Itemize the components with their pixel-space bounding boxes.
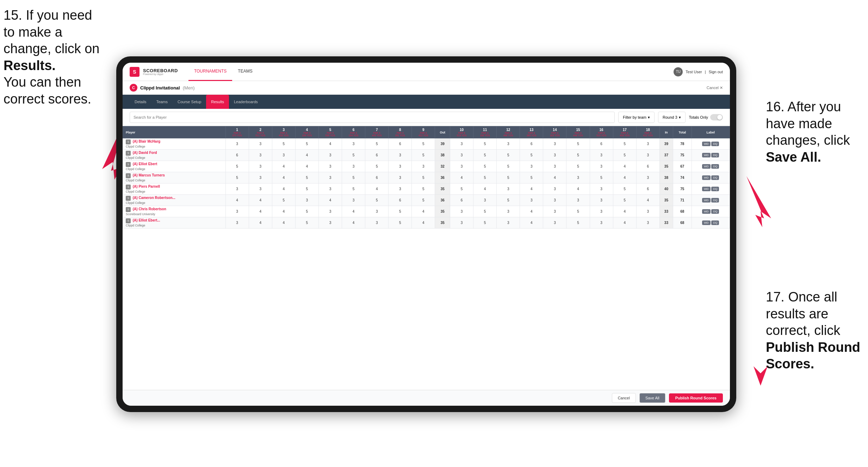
- score-hole-1[interactable]: 3: [225, 217, 249, 229]
- score-hole-8[interactable]: 6: [389, 138, 412, 150]
- score-hole-16[interactable]: 3: [590, 150, 613, 161]
- score-hole-16[interactable]: 3: [590, 206, 613, 217]
- score-hole-10[interactable]: 3: [450, 138, 473, 150]
- cancel-footer-button[interactable]: Cancel: [612, 393, 636, 403]
- score-hole-17[interactable]: 4: [613, 161, 636, 172]
- score-hole-6[interactable]: 3: [342, 195, 365, 206]
- score-hole-2[interactable]: 3: [249, 138, 272, 150]
- score-hole-4[interactable]: 3: [295, 195, 318, 206]
- cancel-button[interactable]: Cancel ✕: [707, 86, 723, 90]
- score-hole-5[interactable]: 3: [318, 183, 342, 195]
- score-hole-15[interactable]: 3: [566, 172, 590, 183]
- score-hole-8[interactable]: 3: [389, 150, 412, 161]
- score-hole-11[interactable]: 5: [473, 206, 497, 217]
- score-hole-5[interactable]: 3: [318, 206, 342, 217]
- score-hole-5[interactable]: 3: [318, 217, 342, 229]
- score-hole-17[interactable]: 5: [613, 183, 636, 195]
- score-hole-11[interactable]: 5: [473, 150, 497, 161]
- wd-button[interactable]: WD: [702, 142, 710, 146]
- score-hole-14[interactable]: 3: [543, 150, 566, 161]
- score-hole-16[interactable]: 5: [590, 172, 613, 183]
- score-hole-8[interactable]: 3: [389, 161, 412, 172]
- score-hole-9[interactable]: 5: [412, 138, 435, 150]
- score-hole-17[interactable]: 4: [613, 217, 636, 229]
- score-hole-14[interactable]: 4: [543, 172, 566, 183]
- score-hole-7[interactable]: 5: [365, 161, 389, 172]
- score-hole-9[interactable]: 4: [412, 217, 435, 229]
- score-hole-1[interactable]: 6: [225, 150, 249, 161]
- score-hole-15[interactable]: 5: [566, 206, 590, 217]
- score-hole-5[interactable]: 3: [318, 161, 342, 172]
- score-hole-7[interactable]: 5: [365, 138, 389, 150]
- wd-button[interactable]: WD: [702, 153, 710, 157]
- score-hole-6[interactable]: 5: [342, 172, 365, 183]
- score-hole-10[interactable]: 3: [450, 150, 473, 161]
- sub-nav-course-setup[interactable]: Course Setup: [173, 95, 206, 109]
- score-hole-2[interactable]: 3: [249, 161, 272, 172]
- score-hole-12[interactable]: 3: [497, 217, 520, 229]
- round-button[interactable]: Round 3 ▾: [658, 112, 686, 123]
- score-hole-1[interactable]: 3: [225, 183, 249, 195]
- score-hole-18[interactable]: 3: [636, 217, 659, 229]
- save-all-button[interactable]: Save All: [639, 393, 665, 403]
- score-hole-9[interactable]: 5: [412, 150, 435, 161]
- score-hole-4[interactable]: 5: [295, 183, 318, 195]
- dq-button[interactable]: DQ: [711, 164, 719, 169]
- score-hole-11[interactable]: 5: [473, 217, 497, 229]
- score-hole-17[interactable]: 5: [613, 195, 636, 206]
- player-name[interactable]: (A) Blair McHarg: [133, 139, 160, 143]
- score-hole-9[interactable]: 3: [412, 161, 435, 172]
- score-hole-7[interactable]: 5: [365, 195, 389, 206]
- score-hole-18[interactable]: 3: [636, 138, 659, 150]
- score-hole-13[interactable]: 4: [520, 183, 543, 195]
- score-hole-10[interactable]: 3: [450, 217, 473, 229]
- score-hole-1[interactable]: 5: [225, 161, 249, 172]
- dq-button[interactable]: DQ: [711, 187, 719, 191]
- publish-button[interactable]: Publish Round Scores: [669, 393, 723, 403]
- score-hole-6[interactable]: 4: [342, 206, 365, 217]
- score-hole-13[interactable]: 6: [520, 138, 543, 150]
- player-name[interactable]: (A) Elliot Ebert: [133, 162, 157, 166]
- score-hole-13[interactable]: 4: [520, 217, 543, 229]
- score-hole-7[interactable]: 3: [365, 217, 389, 229]
- player-name[interactable]: (A) Marcus Turners: [133, 173, 165, 177]
- score-hole-10[interactable]: 6: [450, 195, 473, 206]
- score-hole-8[interactable]: 3: [389, 183, 412, 195]
- score-hole-18[interactable]: 6: [636, 183, 659, 195]
- score-hole-3[interactable]: 5: [272, 195, 295, 206]
- score-hole-3[interactable]: 4: [272, 217, 295, 229]
- score-hole-11[interactable]: 3: [473, 195, 497, 206]
- search-input[interactable]: [130, 112, 615, 123]
- score-hole-4[interactable]: 4: [295, 150, 318, 161]
- dq-button[interactable]: DQ: [711, 198, 719, 203]
- score-hole-6[interactable]: 3: [342, 161, 365, 172]
- sub-nav-teams[interactable]: Teams: [151, 95, 173, 109]
- sub-nav-leaderboards[interactable]: Leaderboards: [229, 95, 263, 109]
- score-hole-17[interactable]: 4: [613, 206, 636, 217]
- wd-button[interactable]: WD: [702, 164, 710, 169]
- score-hole-3[interactable]: 5: [272, 138, 295, 150]
- wd-button[interactable]: WD: [702, 209, 710, 214]
- score-hole-14[interactable]: 3: [543, 161, 566, 172]
- score-hole-2[interactable]: 4: [249, 195, 272, 206]
- sign-out-link[interactable]: Sign out: [709, 70, 723, 74]
- score-hole-17[interactable]: 5: [613, 138, 636, 150]
- player-name[interactable]: (A) David Ford: [133, 151, 157, 155]
- score-hole-12[interactable]: 3: [497, 183, 520, 195]
- sub-nav-results[interactable]: Results: [206, 95, 229, 109]
- score-hole-5[interactable]: 4: [318, 138, 342, 150]
- score-hole-12[interactable]: 5: [497, 161, 520, 172]
- score-hole-3[interactable]: 4: [272, 183, 295, 195]
- score-hole-8[interactable]: 5: [389, 206, 412, 217]
- score-hole-17[interactable]: 4: [613, 172, 636, 183]
- score-hole-12[interactable]: 3: [497, 206, 520, 217]
- score-hole-13[interactable]: 4: [520, 206, 543, 217]
- toggle-track[interactable]: [710, 114, 723, 120]
- score-hole-6[interactable]: 4: [342, 217, 365, 229]
- score-hole-13[interactable]: 3: [520, 195, 543, 206]
- score-hole-11[interactable]: 4: [473, 183, 497, 195]
- score-hole-16[interactable]: 6: [590, 138, 613, 150]
- score-hole-13[interactable]: 3: [520, 161, 543, 172]
- score-hole-16[interactable]: 3: [590, 217, 613, 229]
- score-hole-14[interactable]: 3: [543, 183, 566, 195]
